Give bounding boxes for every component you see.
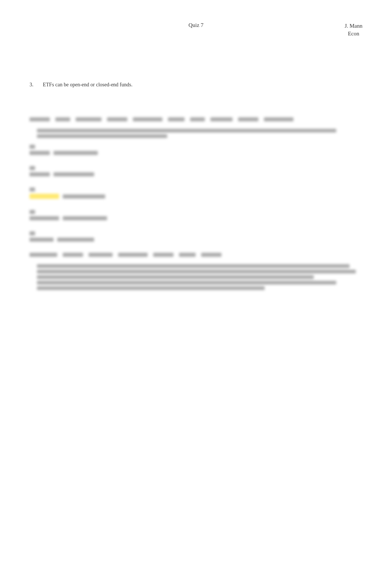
blurred-answer-block-5 bbox=[30, 231, 362, 242]
blurred-content bbox=[30, 117, 362, 290]
question-section: 3. ETFs can be open-end or closed-end fu… bbox=[30, 82, 362, 88]
blurred-answer-block-1 bbox=[30, 145, 362, 155]
blurred-paragraph-block bbox=[30, 264, 362, 290]
blurred-answer-block-2 bbox=[30, 166, 362, 176]
question-3: 3. ETFs can be open-end or closed-end fu… bbox=[30, 82, 362, 88]
author-info: J. Mann Econ bbox=[345, 22, 362, 38]
blurred-section-2-header bbox=[30, 253, 362, 257]
title-text: Quiz 7 bbox=[189, 22, 203, 28]
author-name: J. Mann bbox=[345, 22, 362, 30]
document-page: Quiz 7 J. Mann Econ 3. ETFs can be open-… bbox=[0, 0, 392, 576]
blurred-answer-block-4 bbox=[30, 210, 362, 220]
author-course: Econ bbox=[345, 30, 362, 38]
blurred-section-header bbox=[30, 117, 362, 121]
question-number: 3. bbox=[30, 82, 37, 88]
page-header: Quiz 7 J. Mann Econ bbox=[30, 22, 362, 38]
quiz-title: Quiz 7 bbox=[189, 22, 203, 28]
question-text: ETFs can be open-end or closed-end funds… bbox=[43, 82, 362, 88]
blurred-answer-block-3 bbox=[30, 187, 362, 199]
